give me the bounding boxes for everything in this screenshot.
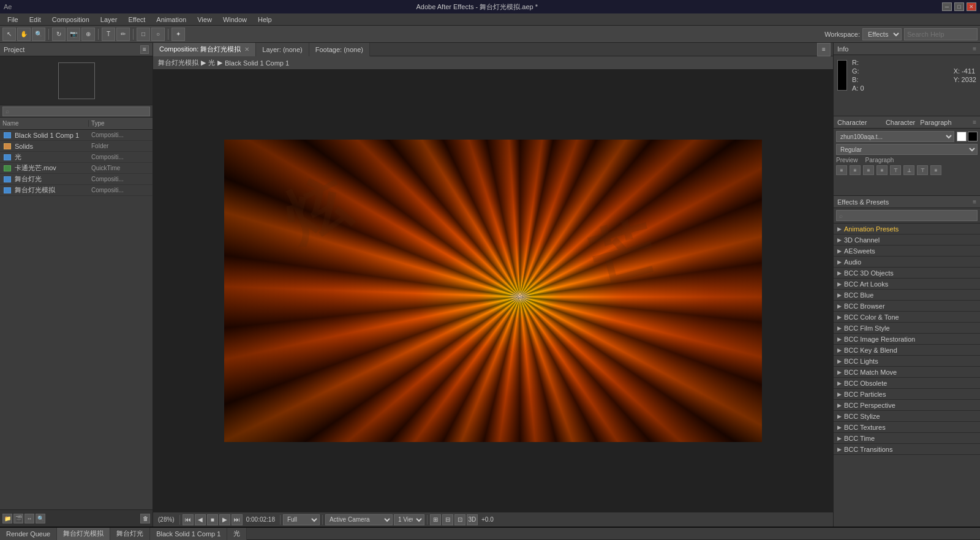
tl-tab-guang[interactable]: 光 xyxy=(227,528,247,540)
menu-edit[interactable]: Edit xyxy=(24,15,46,24)
project-search-input[interactable] xyxy=(2,107,150,116)
tool-camera[interactable]: 📷 xyxy=(67,28,80,41)
effect-item-18[interactable]: ▶ BCC Textures xyxy=(834,422,980,433)
view-select[interactable]: Active Camera xyxy=(325,514,393,525)
views-select[interactable]: 1 View xyxy=(394,514,424,525)
tool-hand[interactable]: ✋ xyxy=(17,28,31,41)
align-right-btn[interactable]: ≡ xyxy=(863,165,874,175)
effect-item-17[interactable]: ▶ BCC Stylize xyxy=(834,411,980,422)
char-fill-color[interactable] xyxy=(957,132,967,141)
project-item-2[interactable]: 光 Compositi... xyxy=(0,152,153,163)
char-panel-menu[interactable]: ≡ xyxy=(973,119,976,126)
vc-next-frame[interactable]: ⏭ xyxy=(232,514,243,525)
char-font-select[interactable]: zhun100aqa.t... xyxy=(836,131,954,142)
effect-item-5[interactable]: ▶ BCC Art Looks xyxy=(834,279,980,290)
vc-play[interactable]: ▶ xyxy=(219,514,230,525)
vc-grid[interactable]: ⊞ xyxy=(430,514,441,525)
effect-item-2[interactable]: ▶ AESweets xyxy=(834,246,980,257)
project-item-0[interactable]: Black Solid 1 Comp 1 Compositi... xyxy=(0,130,153,141)
effect-item-3[interactable]: ▶ Audio xyxy=(834,257,980,268)
menu-help[interactable]: Help xyxy=(253,15,277,24)
effect-item-7[interactable]: ▶ BCC Browser xyxy=(834,301,980,312)
project-new-comp[interactable]: 🎬 xyxy=(13,514,23,523)
vc-prev-frame[interactable]: ⏮ xyxy=(183,514,194,525)
vc-play-rev[interactable]: ◀ xyxy=(195,514,206,525)
project-item-4[interactable]: 舞台灯光 Compositi... xyxy=(0,174,153,185)
tool-rotate[interactable]: ↻ xyxy=(52,28,66,41)
effects-panel-menu[interactable]: ≡ xyxy=(973,198,976,205)
maximize-button[interactable]: □ xyxy=(954,2,964,11)
minimize-button[interactable]: ─ xyxy=(942,2,952,11)
project-item-3[interactable]: 卡通光芒.mov QuickTime xyxy=(0,163,153,174)
info-panel-menu[interactable]: ≡ xyxy=(973,45,976,52)
tl-tab-light-comp[interactable]: 舞台灯光 xyxy=(110,528,150,540)
menu-effect[interactable]: Effect xyxy=(123,15,150,24)
effect-item-11[interactable]: ▶ BCC Key & Blend xyxy=(834,345,980,356)
tool-pen[interactable]: ✏ xyxy=(116,28,130,41)
align-top-btn[interactable]: ⊤ xyxy=(890,165,901,175)
align-bottom-btn[interactable]: ⊤ xyxy=(917,165,928,175)
effect-item-15[interactable]: ▶ BCC Particles xyxy=(834,389,980,400)
tool-pan[interactable]: ⊕ xyxy=(81,28,95,41)
help-search[interactable] xyxy=(904,28,978,40)
quality-select[interactable]: FullHalfQuarter xyxy=(283,514,320,525)
vc-guides[interactable]: ⊟ xyxy=(442,514,453,525)
project-item-5[interactable]: 舞台灯光模拟 Compositi... xyxy=(0,185,153,196)
project-dependencies[interactable]: ↔ xyxy=(24,514,34,523)
effect-item-1[interactable]: ▶ 3D Channel xyxy=(834,234,980,246)
menu-layer[interactable]: Layer xyxy=(96,15,123,24)
breadcrumb-light[interactable]: 光 xyxy=(208,58,215,67)
menu-composition[interactable]: Composition xyxy=(47,15,94,24)
effect-item-20[interactable]: ▶ BCC Transitions xyxy=(834,444,980,455)
align-left-btn[interactable]: ≡ xyxy=(836,165,847,175)
comp-tab-footage[interactable]: Footage: (none) xyxy=(309,43,370,56)
menu-file[interactable]: File xyxy=(2,15,23,24)
effect-item-8[interactable]: ▶ BCC Color & Tone xyxy=(834,312,980,323)
effect-item-6[interactable]: ▶ BCC Blue xyxy=(834,290,980,301)
project-menu-btn[interactable]: ≡ xyxy=(140,45,149,54)
tl-tab-solid-comp[interactable]: Black Solid 1 Comp 1 xyxy=(150,528,227,540)
align-center-btn[interactable]: ≡ xyxy=(850,165,861,175)
effect-item-9[interactable]: ▶ BCC Film Style xyxy=(834,323,980,334)
project-new-folder[interactable]: 📁 xyxy=(2,514,12,523)
effect-item-13[interactable]: ▶ BCC Match Move xyxy=(834,367,980,378)
menu-view[interactable]: View xyxy=(192,15,217,24)
para-tab[interactable]: Paragraph xyxy=(920,119,951,126)
tl-tab-render-queue[interactable]: Render Queue xyxy=(0,528,57,540)
current-time[interactable]: 0:00:02:18 xyxy=(244,516,277,523)
effect-item-16[interactable]: ▶ BCC Perspective xyxy=(834,400,980,411)
comp-viewer[interactable]: 炫 芒 xyxy=(153,70,833,512)
effect-item-14[interactable]: ▶ BCC Obsolete xyxy=(834,378,980,389)
tool-select[interactable]: ↖ xyxy=(2,28,16,41)
vc-safe[interactable]: ⊡ xyxy=(454,514,466,525)
char-tab[interactable]: Character xyxy=(886,119,915,126)
effect-item-0[interactable]: ▶ Animation Presets xyxy=(834,223,980,234)
char-stroke-color[interactable] xyxy=(968,132,978,141)
menu-animation[interactable]: Animation xyxy=(151,15,191,24)
breadcrumb-root[interactable]: 舞台灯光模拟 xyxy=(158,58,198,67)
vc-3d[interactable]: 3D xyxy=(467,514,478,525)
project-delete[interactable]: 🗑 xyxy=(140,514,150,523)
tool-shape-rect[interactable]: □ xyxy=(137,28,150,41)
vc-stop[interactable]: ■ xyxy=(207,514,218,525)
comp-panel-menu[interactable]: ≡ xyxy=(817,43,831,56)
comp-tab-main-close[interactable]: ✕ xyxy=(244,46,249,53)
align-justify-btn[interactable]: ≡ xyxy=(876,165,888,175)
project-find[interactable]: 🔍 xyxy=(36,514,45,523)
effect-item-19[interactable]: ▶ BCC Time xyxy=(834,433,980,444)
comp-tab-main[interactable]: Composition: 舞台灯光模拟 ✕ xyxy=(153,43,256,56)
menu-window[interactable]: Window xyxy=(218,15,252,24)
effects-search-input[interactable] xyxy=(836,210,978,221)
effect-item-12[interactable]: ▶ BCC Lights xyxy=(834,356,980,367)
effect-item-10[interactable]: ▶ BCC Image Restoration xyxy=(834,334,980,345)
align-middle-btn[interactable]: ⊥ xyxy=(903,165,914,175)
char-style-select[interactable]: Regular xyxy=(836,144,978,155)
close-button[interactable]: ✕ xyxy=(967,2,976,11)
align-full-btn[interactable]: ≡ xyxy=(930,165,941,175)
zoom-display[interactable]: (28%) xyxy=(156,516,177,523)
tl-tab-main-comp[interactable]: 舞台灯光模拟 xyxy=(57,528,110,540)
comp-tab-layer[interactable]: Layer: (none) xyxy=(256,43,309,56)
effect-item-4[interactable]: ▶ BCC 3D Objects xyxy=(834,268,980,279)
project-item-1[interactable]: Solids Folder xyxy=(0,141,153,152)
tool-zoom[interactable]: 🔍 xyxy=(32,28,45,41)
